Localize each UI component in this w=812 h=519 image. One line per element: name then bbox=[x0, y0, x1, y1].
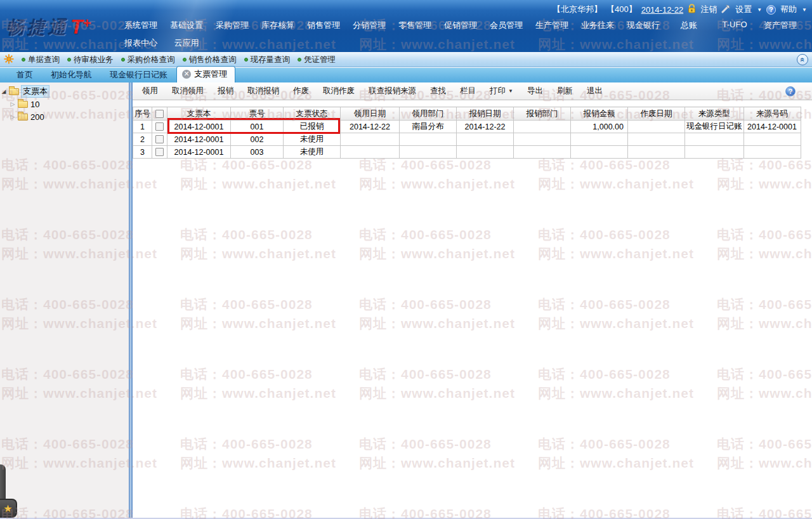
toolbar-button-取消作废[interactable]: 取消作废 bbox=[316, 86, 362, 96]
cell-source-no: 2014-12-0001 bbox=[743, 121, 801, 133]
tree-collapsed-icon[interactable]: ▷ bbox=[9, 101, 16, 107]
menu-item-row1-11[interactable]: 现金银行 bbox=[620, 20, 666, 31]
tree-item-10[interactable]: ▷10 bbox=[0, 98, 129, 110]
toolbar-button-打印[interactable]: 打印▼ bbox=[483, 86, 520, 96]
cell-seq: 1 bbox=[133, 121, 152, 133]
tab-1[interactable]: 初始化导航 bbox=[42, 67, 101, 82]
quick-link-label: 采购价格查询 bbox=[128, 55, 175, 65]
cell-seq: 2 bbox=[133, 133, 152, 146]
help-caret-icon[interactable]: ▼ bbox=[802, 7, 807, 13]
tree-item-label: 10 bbox=[30, 100, 39, 109]
menu-item-row1-4[interactable]: 销售管理 bbox=[301, 20, 346, 31]
tree-expanded-icon[interactable]: ◢ bbox=[0, 88, 8, 95]
menu-item-row1-8[interactable]: 会员管理 bbox=[483, 20, 529, 31]
menu-item-row1-13[interactable]: T-UFO bbox=[712, 20, 757, 31]
quick-link-1[interactable]: 待审核业务 bbox=[67, 55, 114, 65]
quick-link-0[interactable]: 单据查询 bbox=[22, 55, 60, 65]
quick-link-4[interactable]: 现存量查询 bbox=[244, 55, 291, 65]
help-button[interactable]: 帮助 bbox=[780, 4, 797, 15]
toolbar-button-报销[interactable]: 报销 bbox=[211, 86, 240, 96]
settings-button[interactable]: 设置 bbox=[735, 4, 752, 15]
menu-item-row2-0[interactable]: 报表中心 bbox=[118, 37, 164, 49]
cell-checkbox bbox=[152, 121, 167, 133]
menu-item-row1-6[interactable]: 零售管理 bbox=[392, 20, 438, 31]
quick-link-label: 现存量查询 bbox=[251, 55, 291, 65]
table-row[interactable]: 22014-12-0001002未使用 bbox=[133, 133, 801, 146]
tab-2[interactable]: 现金银行日记账 bbox=[101, 67, 176, 82]
cell-void-date bbox=[628, 146, 685, 159]
green-dot-icon bbox=[121, 58, 125, 62]
cell-status: 未使用 bbox=[284, 133, 341, 146]
toolbar-button-取消报销[interactable]: 取消报销 bbox=[240, 86, 286, 96]
col-header-status: 支票状态 bbox=[284, 107, 341, 121]
toolbar-help-icon[interactable]: ? bbox=[785, 86, 796, 96]
tree-root-checkbook[interactable]: ◢ 支票本 bbox=[0, 85, 129, 98]
menu-item-row1-9[interactable]: 生产管理 bbox=[529, 20, 575, 31]
folder-icon bbox=[18, 101, 28, 108]
menu-item-row1-1[interactable]: 基础设置 bbox=[164, 20, 209, 31]
cell-draw-date bbox=[341, 133, 400, 146]
tab-3[interactable]: ✕支票管理 bbox=[176, 66, 235, 82]
toolbar-button-栏目[interactable]: 栏目 bbox=[453, 86, 483, 96]
toolbar-button-label: 导出 bbox=[527, 86, 543, 96]
cell-draw-dept bbox=[400, 146, 457, 159]
quick-link-3[interactable]: 销售价格查询 bbox=[183, 55, 237, 65]
quick-items: 单据查询待审核业务采购价格查询销售价格查询现存量查询凭证管理 bbox=[14, 55, 336, 65]
menu-item-row1-0[interactable]: 系统管理 bbox=[118, 20, 164, 31]
collapse-chevrons-icon: « bbox=[799, 58, 806, 62]
favorites-button[interactable]: ★ bbox=[0, 499, 17, 518]
flap-bar bbox=[0, 464, 6, 501]
menu-row-1: 系统管理基础设置采购管理库存核算销售管理分销管理零售管理促销管理会员管理生产管理… bbox=[118, 20, 803, 31]
menu-item-row1-2[interactable]: 采购管理 bbox=[209, 20, 255, 31]
menu-item-row2-1[interactable]: 云应用 bbox=[164, 37, 209, 49]
toolbar-button-取消领用[interactable]: 取消领用 bbox=[165, 86, 211, 96]
gear-sun-icon[interactable] bbox=[4, 54, 14, 66]
menu-item-row1-5[interactable]: 分销管理 bbox=[346, 20, 392, 31]
menu-item-row1-7[interactable]: 促销管理 bbox=[438, 20, 483, 31]
toolbar-button-作废[interactable]: 作废 bbox=[286, 86, 316, 96]
tree-item-200[interactable]: ▷200 bbox=[0, 110, 129, 123]
login-date-link[interactable]: 2014-12-22 bbox=[641, 5, 684, 15]
col-header-reimb-dept: 报销部门 bbox=[514, 107, 571, 121]
toolbar-button-label: 联查报销来源 bbox=[369, 86, 416, 96]
menu-item-row1-14[interactable]: 资产管理 bbox=[757, 20, 803, 31]
menu-item-row1-3[interactable]: 库存核算 bbox=[255, 20, 301, 31]
toolbar-button-label: 查找 bbox=[430, 86, 446, 96]
toolbar-button-导出[interactable]: 导出 bbox=[520, 86, 550, 96]
cell-reimb-date: 2014-12-22 bbox=[457, 121, 514, 133]
cell-reimb-dept bbox=[514, 133, 571, 146]
tree-collapsed-icon[interactable]: ▷ bbox=[9, 114, 16, 120]
toolbar-button-领用[interactable]: 领用 bbox=[135, 86, 165, 96]
select-all-checkbox[interactable] bbox=[155, 110, 164, 118]
row-checkbox[interactable] bbox=[155, 122, 164, 131]
table-row[interactable]: 32014-12-0001003未使用 bbox=[133, 146, 801, 159]
cell-reimb-date bbox=[457, 133, 514, 146]
menu-item-row1-10[interactable]: 业务往来 bbox=[575, 20, 620, 31]
quick-link-2[interactable]: 采购价格查询 bbox=[121, 55, 175, 65]
folder-icon bbox=[18, 114, 28, 121]
toolbar-button-退出[interactable]: 退出 bbox=[580, 86, 610, 96]
tab-0[interactable]: 首页 bbox=[8, 67, 42, 82]
cell-source-no bbox=[743, 133, 801, 146]
quick-link-5[interactable]: 凭证管理 bbox=[298, 55, 336, 65]
cell-draw-dept bbox=[400, 133, 457, 146]
settings-caret-icon[interactable]: ▼ bbox=[757, 7, 762, 13]
col-header-reimb-date: 报销日期 bbox=[457, 107, 514, 121]
row-checkbox[interactable] bbox=[155, 148, 164, 156]
cell-ticket-no: 002 bbox=[231, 133, 284, 146]
cell-amount bbox=[571, 146, 628, 159]
toolbar-button-联查报销来源[interactable]: 联查报销来源 bbox=[362, 86, 423, 96]
collapse-quickbar-button[interactable]: « bbox=[797, 54, 808, 65]
logout-button[interactable]: 注销 bbox=[700, 4, 717, 15]
tab-close-icon[interactable]: ✕ bbox=[182, 70, 191, 79]
menu-item-row1-12[interactable]: 总账 bbox=[666, 20, 712, 31]
toolbar-button-查找[interactable]: 查找 bbox=[423, 86, 453, 96]
tree-root-label[interactable]: 支票本 bbox=[22, 86, 49, 97]
toolbar-button-刷新[interactable]: 刷新 bbox=[550, 86, 580, 96]
tab-label: 支票管理 bbox=[194, 69, 227, 80]
table-row[interactable]: 12014-12-0001001已报销2014-12-22南昌分布2014-12… bbox=[133, 121, 801, 133]
cell-checkbox bbox=[152, 146, 167, 159]
row-checkbox[interactable] bbox=[155, 135, 164, 143]
session-infobar: 【北京华邦】 【400】 2014-12-22 注销 设置 ▼ ? 帮助 ▼ bbox=[553, 4, 807, 15]
cell-reimb-date bbox=[457, 146, 514, 159]
